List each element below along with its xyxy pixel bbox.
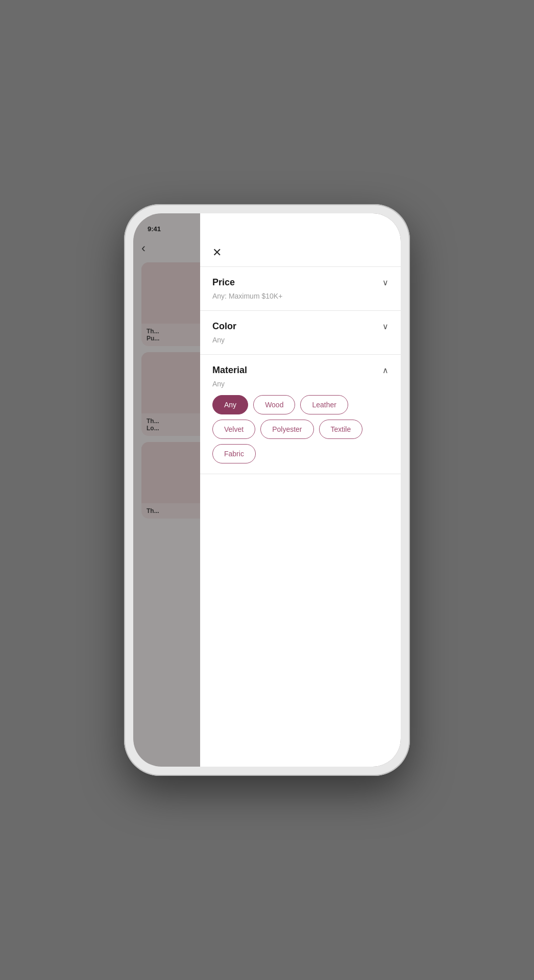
phone-screen: 9:41 ‹ Th...Pu... Th...Lo...: [133, 213, 401, 767]
empty-area: [200, 474, 401, 576]
material-chevron: ∧: [382, 365, 389, 375]
price-section: Price ∨ Any: Maximum $10K+: [200, 267, 401, 310]
chip-polyester[interactable]: Polyester: [260, 420, 313, 439]
chip-velvet[interactable]: Velvet: [212, 420, 255, 439]
price-section-header[interactable]: Price ∨: [212, 277, 389, 288]
color-value: Any: [212, 336, 389, 344]
material-value: Any: [212, 380, 389, 388]
chip-leather[interactable]: Leather: [300, 395, 348, 414]
color-section: Color ∨ Any: [200, 311, 401, 354]
filter-header: ✕: [200, 239, 401, 266]
color-chevron: ∨: [382, 322, 389, 331]
chip-fabric[interactable]: Fabric: [212, 444, 256, 463]
material-title: Material: [212, 365, 247, 376]
filter-sheet: ✕ Price ∨ Any: Maximum $10K+ Color ∨ Any: [200, 213, 401, 767]
chip-wood[interactable]: Wood: [253, 395, 295, 414]
material-section: Material ∧ Any Any Wood Leather Velvet P…: [200, 355, 401, 474]
chip-textile[interactable]: Textile: [319, 420, 363, 439]
chip-any[interactable]: Any: [212, 395, 248, 414]
material-chips: Any Wood Leather Velvet Polyester Textil…: [212, 395, 389, 463]
status-time: 9:41: [148, 225, 161, 233]
phone-frame: 9:41 ‹ Th...Pu... Th...Lo...: [124, 204, 410, 776]
close-button[interactable]: ✕: [212, 247, 222, 258]
price-value: Any: Maximum $10K+: [212, 292, 389, 300]
color-section-header[interactable]: Color ∨: [212, 321, 389, 332]
color-title: Color: [212, 321, 236, 332]
price-chevron: ∨: [382, 278, 389, 287]
price-title: Price: [212, 277, 235, 288]
material-section-header[interactable]: Material ∧: [212, 365, 389, 376]
